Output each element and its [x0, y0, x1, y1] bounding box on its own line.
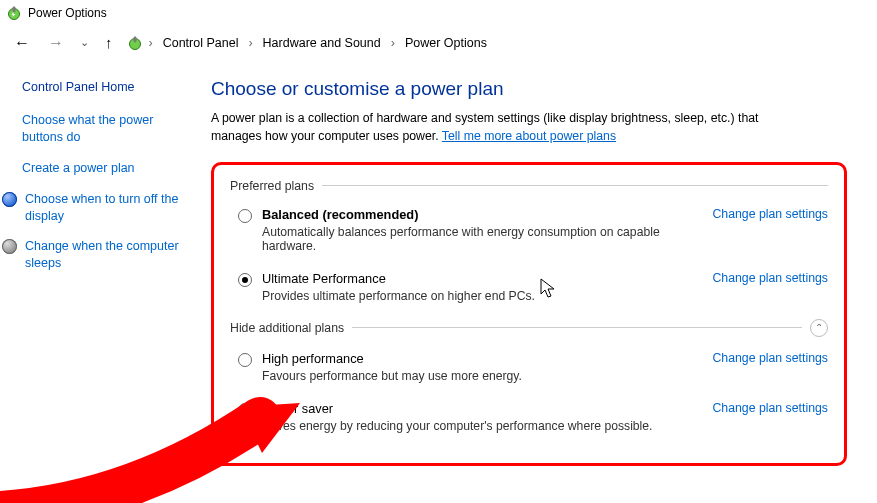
plan-name[interactable]: Ultimate Performance — [262, 271, 386, 286]
breadcrumb-control-panel[interactable]: Control Panel — [159, 34, 243, 52]
change-plan-settings-link[interactable]: Change plan settings — [712, 207, 828, 221]
breadcrumb-hardware-sound[interactable]: Hardware and Sound — [259, 34, 385, 52]
nav-up-button[interactable]: ↑ — [101, 34, 117, 51]
page-title: Choose or customise a power plan — [211, 78, 847, 100]
sidebar-item-label: Choose when to turn off the display — [25, 191, 191, 225]
divider — [322, 185, 828, 186]
radio-ultimate[interactable] — [238, 273, 252, 287]
breadcrumb-icon — [127, 35, 143, 51]
plan-description: Favours performance but may use more ene… — [262, 369, 690, 383]
control-panel-home-link[interactable]: Control Panel Home — [22, 80, 191, 94]
svg-rect-1 — [13, 7, 16, 13]
sidebar-link-power-buttons[interactable]: Choose what the power buttons do — [22, 112, 191, 146]
window-titlebar: Power Options — [0, 0, 877, 26]
group-label-text: Hide additional plans — [230, 321, 344, 335]
sidebar-link-create-plan[interactable]: Create a power plan — [22, 160, 191, 177]
svg-rect-3 — [133, 36, 136, 42]
sidebar-link-turn-off-display[interactable]: Choose when to turn off the display — [22, 191, 191, 225]
group-label-text: Preferred plans — [230, 179, 314, 193]
nav-back-button[interactable]: ← — [10, 34, 34, 52]
intro-help-link[interactable]: Tell me more about power plans — [442, 129, 616, 143]
change-plan-settings-link[interactable]: Change plan settings — [712, 271, 828, 285]
chevron-right-icon: › — [389, 36, 397, 50]
nav-forward-button[interactable]: → — [44, 34, 68, 52]
shield-icon — [2, 192, 17, 207]
power-options-icon — [6, 5, 22, 21]
chevron-up-icon: ⌃ — [815, 322, 823, 333]
shield-icon — [2, 239, 17, 254]
plan-name[interactable]: Balanced (recommended) — [262, 207, 418, 222]
plan-name[interactable]: High performance — [262, 351, 364, 366]
breadcrumb: › Control Panel › Hardware and Sound › P… — [127, 34, 491, 52]
nav-history-dropdown[interactable]: ⌄ — [78, 36, 91, 49]
main-pane: Choose or customise a power plan A power… — [205, 60, 877, 503]
radio-balanced[interactable] — [238, 209, 252, 223]
plans-highlight-box: Preferred plans Balanced (recommended) A… — [211, 162, 847, 466]
plan-description: Saves energy by reducing your computer's… — [262, 419, 690, 433]
chevron-right-icon: › — [246, 36, 254, 50]
plan-power-saver: Power saver Saves energy by reducing you… — [230, 395, 828, 445]
plan-name[interactable]: Power saver — [262, 401, 333, 416]
plan-high-performance: High performance Favours performance but… — [230, 345, 828, 395]
plan-description: Automatically balances performance with … — [262, 225, 690, 253]
collapse-plans-button[interactable]: ⌃ — [810, 319, 828, 337]
breadcrumb-power-options[interactable]: Power Options — [401, 34, 491, 52]
page-intro: A power plan is a collection of hardware… — [211, 110, 811, 146]
window-title: Power Options — [28, 6, 107, 20]
change-plan-settings-link[interactable]: Change plan settings — [712, 401, 828, 415]
sidebar-link-computer-sleeps[interactable]: Change when the computer sleeps — [22, 238, 191, 272]
chevron-right-icon: › — [147, 36, 155, 50]
plan-balanced: Balanced (recommended) Automatically bal… — [230, 201, 828, 265]
sidebar-item-label: Change when the computer sleeps — [25, 238, 191, 272]
radio-high-performance[interactable] — [238, 353, 252, 367]
sidebar: Control Panel Home Choose what the power… — [0, 60, 205, 503]
group-preferred-plans: Preferred plans — [230, 179, 828, 193]
divider — [352, 327, 802, 328]
address-bar: ← → ⌄ ↑ › Control Panel › Hardware and S… — [0, 26, 877, 60]
radio-power-saver[interactable] — [238, 403, 252, 417]
change-plan-settings-link[interactable]: Change plan settings — [712, 351, 828, 365]
group-additional-plans[interactable]: Hide additional plans ⌃ — [230, 319, 828, 337]
plan-description: Provides ultimate performance on higher … — [262, 289, 690, 303]
plan-ultimate: Ultimate Performance Provides ultimate p… — [230, 265, 828, 315]
